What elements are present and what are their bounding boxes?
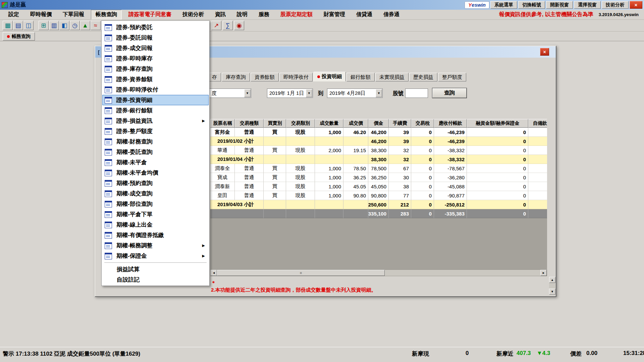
column-header[interactable]: 交易類別 <box>286 119 315 128</box>
dropdown-item-fut-reserved-query[interactable]: 期權-預約查詢 <box>102 178 209 188</box>
column-header[interactable]: 應收付帳款 <box>434 119 467 128</box>
menu-item-technical-analysis[interactable]: 技術分析 <box>178 10 208 19</box>
dropdown-item-fut-position-query[interactable]: 期權-部位查詢 <box>102 199 209 209</box>
matrix-icon[interactable]: ◧ <box>59 21 69 30</box>
report-icon[interactable]: ▤ <box>13 21 23 30</box>
dropdown-item-fut-order-query[interactable]: 期權-委託查詢 <box>102 147 209 157</box>
list-icon[interactable]: ▥ <box>49 21 59 30</box>
dropdown-item-fut-securities-pledge[interactable]: 期權-有價證券抵繳 <box>102 230 209 240</box>
scroll-right-icon[interactable]: ► <box>540 270 547 276</box>
subtotal-row[interactable]: 2019/01/02 小計46,200390-46,2390 <box>210 137 547 146</box>
chevron-down-icon[interactable]: ▼ <box>376 89 382 97</box>
column-header[interactable]: 股票名稱 <box>210 119 235 128</box>
menu-item-settings[interactable]: 設定 <box>4 10 23 19</box>
column-header[interactable]: 成交價 <box>343 119 368 128</box>
system-menu-button[interactable]: 系統選單 <box>490 1 517 9</box>
tab-margin-balance[interactable]: 資券餘額 <box>251 73 279 81</box>
tab-unrealized-pnl[interactable]: 未實現損益 <box>375 73 409 81</box>
dropdown-item-sec-fill-report[interactable]: 證券-成交回報 <box>102 43 209 53</box>
chart-sum-icon[interactable]: ∑ <box>223 21 233 30</box>
dropdown-item-sec-bank-balance[interactable]: 證券-銀行餘額 <box>102 105 209 116</box>
subtotal-row[interactable]: 2019/01/04 小計38,300320-38,3320 <box>210 155 547 164</box>
clock-icon[interactable]: ◷ <box>70 21 80 30</box>
dropdown-item-pnl-trial[interactable]: 損益試算 <box>102 264 209 275</box>
menu-item-lending[interactable]: 借貸通 <box>352 10 377 19</box>
total-row[interactable]: 335,1002830-335,3830 <box>210 209 547 218</box>
tab-inventory-query[interactable]: 庫存查詢 <box>222 73 250 81</box>
dropdown-item-fut-close-order[interactable]: 期權-平倉下單 <box>102 209 209 220</box>
dropdown-item-fut-online-withdraw[interactable]: 期權-線上出金 <box>102 220 209 230</box>
scroll-down-icon[interactable]: ▼ <box>549 289 555 295</box>
dropdown-item-sec-reserved-order[interactable]: 證券-預約委託 <box>102 22 209 33</box>
column-header[interactable]: 買賣別 <box>264 119 286 128</box>
dropdown-item-sec-pnl-info[interactable]: 證券-損益資訊▶ <box>102 116 209 126</box>
column-header[interactable]: 成交數量 <box>315 119 343 128</box>
menu-item-realtime-quotes[interactable]: 即時報價 <box>26 10 56 19</box>
dropdown-item-sec-investment-detail[interactable]: 證券-投資明細 <box>102 95 209 105</box>
subtotal-row[interactable]: 2019/04/03 小計250,6002120-250,8120 <box>210 200 547 209</box>
menu-item-help[interactable]: 說明 <box>232 10 252 19</box>
scroll-left-icon[interactable]: ◄ <box>211 270 217 276</box>
menu-item-account-query[interactable]: 帳務查詢 <box>91 10 122 19</box>
column-header[interactable]: 交易稅 <box>411 119 434 128</box>
menu-item-regular-savings-plan[interactable]: 股票定期定額 <box>276 10 317 19</box>
tab-account-limit[interactable]: 整戶額度 <box>438 73 466 81</box>
dropdown-item-custom-note[interactable]: 自設註記 <box>102 275 209 285</box>
period-combobox[interactable]: 度 ▼ <box>206 88 251 98</box>
dropdown-item-sec-order-report[interactable]: 證券-委託回報 <box>102 33 209 43</box>
dropdown-item-sec-inventory-query[interactable]: 證券-庫存查詢 <box>102 64 209 74</box>
technical-analysis-button[interactable]: 技術分析 <box>602 1 629 9</box>
menu-item-order-report[interactable]: 下單回報 <box>58 10 89 19</box>
new-window-button[interactable]: 開新視窗 <box>546 1 573 9</box>
horizontal-scrollbar[interactable]: ◄ ≡ ► <box>210 269 547 276</box>
dropdown-item-sec-realtime-net-pay[interactable]: 證券-即時淨收付 <box>102 84 209 95</box>
date-to-combobox[interactable]: 2019年 4月28日 ▼ <box>327 88 383 98</box>
tab-realtime-net-pay[interactable]: 即時淨收付 <box>279 73 313 81</box>
dropdown-item-sec-account-limit[interactable]: 證券-整戶額度 <box>102 126 209 136</box>
table-row[interactable]: 寶成普通買現股1,00036.2536,250300-36,2800 <box>210 173 547 182</box>
table-row[interactable]: 皇田普通買現股1,00090.8090,800770-90,8770 <box>210 191 547 200</box>
column-header[interactable]: 自備款 <box>528 119 547 128</box>
target-icon[interactable]: ◉ <box>234 21 244 30</box>
query-button[interactable]: 查詢 <box>432 88 467 98</box>
dropdown-item-fut-margin[interactable]: 期權-保證金▶ <box>102 251 209 261</box>
stock-number-input[interactable] <box>405 88 428 98</box>
dropdown-item-sec-margin-balance[interactable]: 證券-資券餘額 <box>102 74 209 84</box>
column-header[interactable]: 交易種類 <box>235 119 264 128</box>
close-button[interactable]: × <box>630 1 642 9</box>
chart-line-icon[interactable]: ↗ <box>211 21 221 30</box>
tab-inventory-fragment[interactable]: 存 <box>208 73 221 81</box>
menu-item-wealth-management[interactable]: 財富管理 <box>319 10 350 19</box>
dropdown-item-fut-fill-query[interactable]: 期權-成交查詢 <box>102 188 209 199</box>
table-row[interactable]: 富邦金普通買現股1,00046.2046,200390-46,2390 <box>210 128 547 137</box>
menu-item-services[interactable]: 服務 <box>254 10 274 19</box>
tab-investment-detail[interactable]: 投資明細 <box>313 72 346 81</box>
column-header[interactable]: 價金 <box>368 119 389 128</box>
table-row[interactable]: 潤泰全普通買現股1,00078.5078,500670-78,5670 <box>210 164 547 173</box>
menu-item-information[interactable]: 資訊 <box>211 10 230 19</box>
dropdown-item-fut-finance-query[interactable]: 期權-財務查詢 <box>102 136 209 147</box>
column-header[interactable]: 融資金額/融券保證金 <box>467 119 528 128</box>
account-icon[interactable]: ◫ <box>23 21 34 30</box>
chevron-down-icon[interactable]: ▼ <box>306 89 312 97</box>
scroll-up-icon[interactable]: ▲ <box>549 277 555 283</box>
menu-item-e-consent[interactable]: 請簽署電子同意書 <box>124 10 176 19</box>
trend-icon[interactable]: ▲ <box>80 21 90 30</box>
doc-tab-account-query[interactable]: 帳務查詢 <box>3 32 35 41</box>
quote-board-icon[interactable]: ▦ <box>3 21 13 30</box>
table-row[interactable]: 華通普通買現股2,00019.1538,300320-38,3320 <box>210 146 547 155</box>
switch-account-button[interactable]: 切換帳號 <box>518 1 545 9</box>
window-close-button[interactable]: × <box>540 48 549 56</box>
grid-icon[interactable]: ⊞ <box>39 21 49 30</box>
wave-icon[interactable]: ≈ <box>91 21 101 30</box>
column-header[interactable]: 手續費 <box>389 119 411 128</box>
date-from-combobox[interactable]: 2019年 1月 1日 ▼ <box>267 88 313 98</box>
select-window-button[interactable]: 選擇視窗 <box>574 1 601 9</box>
dropdown-item-fut-account-adjust[interactable]: 期權-帳務調整▶ <box>102 240 209 251</box>
chevron-down-icon[interactable]: ▼ <box>244 89 251 97</box>
tab-bank-balance[interactable]: 銀行餘額 <box>346 73 375 81</box>
table-row[interactable]: 潤泰新普通買現股1,00045.0545,050380-45,0880 <box>210 182 547 191</box>
tab-historical-pnl[interactable]: 歷史損益 <box>409 73 437 81</box>
dropdown-item-fut-open-position[interactable]: 期權-未平倉 <box>102 157 209 168</box>
menu-item-securities-lending[interactable]: 借券通 <box>379 10 404 19</box>
